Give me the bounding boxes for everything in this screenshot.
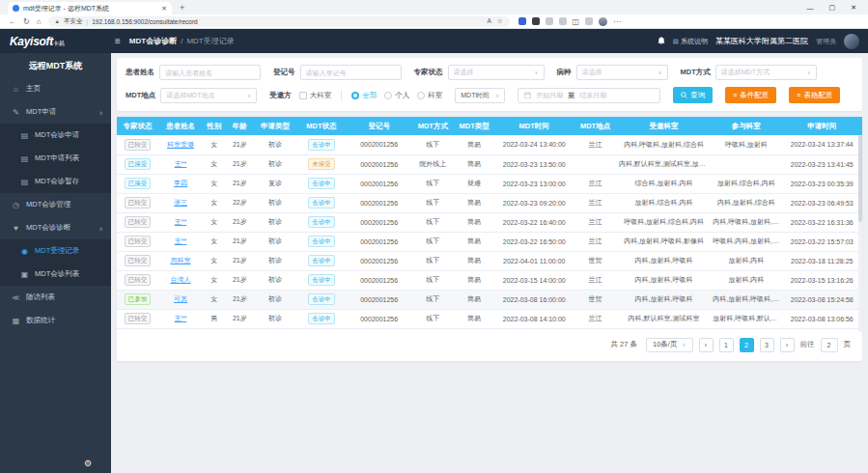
chevron-down-icon: ∨: [658, 70, 661, 75]
invitee-radio-all[interactable]: 全部: [351, 91, 377, 100]
sidebar-item-mdt-consult-list[interactable]: ▣ MDT会诊列表: [0, 263, 111, 286]
sidebar-collapse-icon[interactable]: ≡: [115, 36, 121, 46]
sidebar-item-mdt-record[interactable]: ◉ MDT受理记录: [0, 239, 111, 263]
cell-expert_status: 已转交: [117, 232, 158, 251]
refresh-icon[interactable]: ↻: [23, 17, 30, 26]
expert_status-badge: 已转交: [125, 313, 152, 324]
expert-status-select[interactable]: 请选择 ∨: [448, 65, 545, 80]
cell-mdt_status: 会诊中: [296, 212, 347, 232]
cell-expert_status: 已转交: [117, 135, 158, 154]
cell-name: 台湾人: [158, 270, 203, 290]
mdt_status-badge: 会诊中: [308, 293, 335, 305]
patient-name-link[interactable]: 王**: [175, 218, 186, 225]
patient-name-link[interactable]: 张三: [174, 199, 187, 206]
cell-age: 21岁: [226, 212, 254, 232]
extension-icon[interactable]: [546, 17, 553, 25]
goto-page-input[interactable]: [821, 338, 838, 352]
sidebar-item-mdt-diagnosis[interactable]: ♥ MDT会诊诊断 ∧: [0, 216, 111, 239]
patient-name-link[interactable]: 科室受邀: [167, 141, 194, 148]
next-page-button[interactable]: ›: [780, 338, 795, 352]
expert_status-badge: 已接受: [125, 158, 152, 170]
invitee-checkbox-dept-group[interactable]: 大科室: [299, 91, 332, 100]
extension-icon[interactable]: [585, 17, 593, 25]
url-field[interactable]: ▲ 不安全 | 192.168.0.156:9002/consultate/re…: [48, 16, 510, 27]
more-menu-icon[interactable]: ⋯: [613, 17, 621, 26]
table-config-button[interactable]: ≡ 表格配置: [789, 87, 840, 103]
new-tab-button[interactable]: +: [180, 3, 184, 14]
expert_status-badge: 已转交: [125, 139, 152, 151]
cell-mdt_mode: 线下: [412, 251, 454, 270]
back-icon[interactable]: ←: [9, 17, 16, 26]
page-button-1[interactable]: 1: [719, 338, 734, 352]
mdt-mode-label: MDT方式: [681, 68, 711, 77]
cell-reg_no: 0002001256: [347, 154, 412, 174]
patient-name-link[interactable]: 王**: [175, 315, 186, 321]
split-screen-icon[interactable]: ◫: [573, 17, 580, 26]
browser-profile-icon[interactable]: [599, 17, 607, 26]
favorite-star-icon[interactable]: ☆: [497, 17, 503, 25]
cell-expert_status: 已接受: [117, 174, 158, 193]
sidebar-item-mdt-apply[interactable]: ✎ MDT申请 ∧: [0, 100, 111, 124]
system-help-link[interactable]: ▤ 系统说明: [673, 37, 708, 46]
bell-icon[interactable]: [658, 37, 665, 45]
patient-name-link[interactable]: 周科室: [170, 257, 190, 264]
cell-mdt_time: 2022-03-08 16:00:00: [494, 290, 574, 309]
system-title: 远程MDT系统: [0, 53, 111, 77]
browser-tab[interactable]: mdt受理记录 - 远程MDT系统 ✕: [8, 2, 172, 14]
cell-joined_depts: 呼吸科,放射科: [711, 135, 781, 154]
page-button-2[interactable]: 2: [740, 338, 754, 352]
window-close-button[interactable]: ✕: [851, 4, 856, 12]
sidebar-item-mdt-manage[interactable]: ◷ MDT会诊管理: [0, 193, 111, 216]
prev-page-button[interactable]: ‹: [699, 338, 714, 352]
sidebar-item-mdt-apply-list[interactable]: ▤ MDT申请列表: [0, 147, 111, 170]
extension-icon[interactable]: [518, 17, 526, 25]
mdt-mode-select[interactable]: 请选择MDT方式 ∨: [715, 65, 817, 80]
read-aloud-icon[interactable]: A: [487, 17, 490, 25]
cell-mdt_type: 简易: [454, 154, 494, 174]
cell-invited_depts: 内科,呼吸科,放射科,综合科: [617, 135, 711, 154]
invitee-radio-person[interactable]: 个人: [384, 91, 409, 100]
column-header: 申请类型: [254, 117, 296, 135]
sidebar-item-mdt-consult-draft[interactable]: ▤ MDT会诊暂存: [0, 170, 111, 193]
record-icon: ◉: [20, 247, 29, 256]
cell-apply_type: 初诊: [254, 212, 296, 232]
sidebar-item-followup-list[interactable]: ≪ 随访列表: [0, 286, 111, 309]
sidebar-item-statistics[interactable]: ▦ 数据统计: [0, 309, 111, 332]
reg-no-input[interactable]: [300, 65, 402, 80]
patient-name-input[interactable]: [159, 65, 261, 80]
patient-name-link[interactable]: 李四: [174, 180, 187, 186]
page-button-3[interactable]: 3: [760, 338, 774, 352]
window-minimize-button[interactable]: —: [807, 5, 814, 12]
date-range-picker[interactable]: 开始日期 至 结束日期: [518, 88, 660, 103]
checkbox-icon: [299, 92, 307, 99]
mdt-place-select[interactable]: 请选择MDT地点 ∨: [160, 88, 257, 103]
extension-icon[interactable]: [559, 17, 567, 25]
condition-config-button[interactable]: ≡ 条件配置: [725, 87, 776, 103]
cell-apply_type: 初诊: [254, 154, 296, 174]
home-browser-icon[interactable]: ⌂: [37, 17, 42, 26]
cell-mdt_type: 简易: [454, 270, 494, 290]
patient-name-link[interactable]: 台湾人: [170, 276, 190, 283]
window-restore-button[interactable]: ▢: [829, 4, 836, 12]
patient-name-link[interactable]: 王**: [175, 237, 186, 244]
cell-joined_depts: [711, 154, 781, 174]
sidebar-item-mdt-consult-apply[interactable]: ▤ MDT会诊申请: [0, 124, 111, 147]
table-scrollbar[interactable]: [858, 135, 862, 332]
cell-mdt_status: 会诊中: [296, 135, 347, 154]
page-size-select[interactable]: 10条/页 ∨: [646, 338, 692, 352]
cell-name: 王**: [158, 309, 203, 328]
patient-name-link[interactable]: 可其: [174, 295, 187, 302]
sidebar-item-home[interactable]: ⌂ 主页: [0, 77, 111, 100]
search-button[interactable]: 查询: [673, 87, 713, 103]
breadcrumb-parent[interactable]: MDT会诊诊断: [129, 36, 177, 46]
patient-name-link[interactable]: 王**: [175, 160, 186, 167]
invitee-radio-dept[interactable]: 科室: [417, 91, 442, 100]
cell-mdt_type: 简易: [454, 290, 494, 309]
cell-apply_time: 2022-03-22 16:31:36: [782, 212, 862, 232]
gear-icon[interactable]: ⚙: [84, 459, 92, 468]
disease-select[interactable]: 请选择 ∨: [576, 65, 668, 80]
extension-icon[interactable]: [532, 17, 540, 25]
tab-close-icon[interactable]: ✕: [161, 5, 167, 13]
user-avatar[interactable]: [844, 34, 859, 49]
time-type-select[interactable]: MDT时间 ∨: [455, 88, 505, 103]
